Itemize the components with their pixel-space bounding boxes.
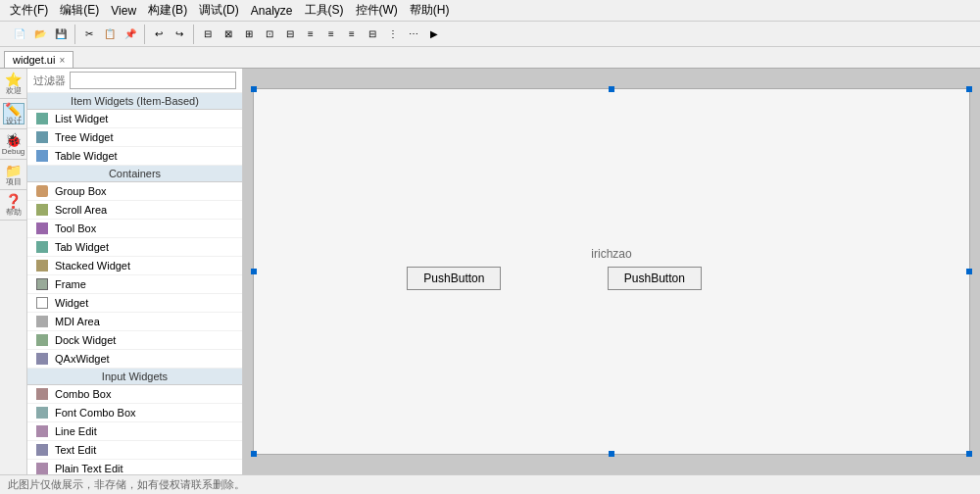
palette-item-tab-widget[interactable]: Tab Widget (27, 238, 242, 257)
palette-item-table-widget[interactable]: Table Widget (27, 147, 242, 166)
menu-build[interactable]: 构建(B) (142, 0, 193, 21)
toolbar-open-btn[interactable]: 📂 (30, 25, 50, 44)
toolbar-cut-btn[interactable]: ✂ (79, 25, 99, 44)
palette-section-containers: Containers (27, 166, 242, 182)
text-edit-icon (35, 443, 49, 457)
plain-text-edit-icon (35, 462, 49, 474)
palette-item-text-edit[interactable]: Text Edit (27, 441, 242, 460)
left-icon-welcome[interactable]: ⭐ 欢迎 (3, 73, 24, 94)
toolbar-dist-v-btn[interactable]: ⋯ (404, 25, 423, 44)
palette-item-tree-widget[interactable]: Tree Widget (27, 128, 242, 147)
palette-item-dock-widget[interactable]: Dock Widget (27, 331, 242, 350)
tool-box-icon (35, 222, 49, 235)
palette-filter-label: 过滤器 (33, 74, 66, 88)
palette-item-frame[interactable]: Frame (27, 275, 242, 294)
toolbar-new-btn[interactable]: 📄 (10, 25, 29, 44)
form-canvas[interactable]: irichzao PushButton PushButton (253, 88, 970, 455)
tool-box-label: Tool Box (55, 222, 96, 234)
line-edit-label: Line Edit (55, 425, 97, 437)
section-input-widgets-label: Input Widgets (102, 370, 168, 382)
line-edit-icon (35, 424, 49, 438)
toolbar-undo-btn[interactable]: ↩ (149, 25, 169, 44)
section-item-widgets-label: Item Widgets (Item-Based) (71, 95, 199, 107)
palette-item-mdi-area[interactable]: MDI Area (27, 313, 242, 331)
left-icon-help[interactable]: ❓ 帮助 (3, 194, 24, 216)
toolbar-preview-btn[interactable]: ▶ (424, 25, 444, 44)
palette-item-scroll-area[interactable]: Scroll Area (27, 201, 242, 220)
dock-widget-label: Dock Widget (55, 334, 116, 346)
left-icon-toolbar: ⭐ 欢迎 ✏️ 设计 🐞 Debug 📁 项目 ❓ 帮助 (0, 69, 27, 474)
stacked-widget-label: Stacked Widget (55, 260, 130, 272)
handle-middle-left[interactable] (251, 269, 257, 274)
toolbar-redo-btn[interactable]: ↪ (170, 25, 189, 44)
handle-top-center[interactable] (609, 86, 614, 92)
palette-item-group-box[interactable]: Group Box (27, 182, 242, 201)
status-text: 此图片仅做展示，非存储，如有侵权请联系删除。 (8, 477, 245, 492)
group-box-icon (35, 184, 49, 198)
toolbar-dist-h-btn[interactable]: ⋮ (383, 25, 403, 44)
toolbar-adjust-btn[interactable]: ⊟ (280, 25, 300, 44)
menu-debug[interactable]: 调试(D) (193, 0, 245, 21)
handle-top-left[interactable] (251, 86, 257, 92)
palette-item-widget[interactable]: Widget (27, 294, 242, 313)
push-button-1[interactable]: PushButton (407, 267, 501, 290)
left-icon-debug[interactable]: 🐞 Debug (3, 133, 24, 155)
palette-filter-input[interactable] (70, 72, 236, 89)
menu-help[interactable]: 帮助(H) (404, 0, 456, 21)
palette-item-font-combo-box[interactable]: Font Combo Box (27, 404, 242, 422)
menu-file[interactable]: 文件(F) (4, 0, 54, 21)
toolbar-paste-btn[interactable]: 📌 (121, 25, 140, 44)
toolbar-align-t-btn[interactable]: ≡ (342, 25, 362, 44)
handle-bottom-right[interactable] (966, 451, 972, 457)
canvas-area[interactable]: irichzao PushButton PushButton (243, 69, 980, 474)
menu-view[interactable]: View (105, 2, 142, 20)
menu-controls[interactable]: 控件(W) (350, 0, 404, 21)
handle-middle-right[interactable] (966, 269, 972, 274)
handle-bottom-left[interactable] (251, 451, 257, 457)
palette-item-combo-box[interactable]: Combo Box (27, 385, 242, 404)
palette-item-line-edit[interactable]: Line Edit (27, 422, 242, 441)
toolbar-layout-v-btn[interactable]: ⊠ (219, 25, 238, 44)
plain-text-edit-label: Plain Text Edit (55, 463, 123, 474)
tab-close-icon[interactable]: × (59, 55, 65, 66)
palette-item-list-widget[interactable]: List Widget (27, 110, 242, 128)
palette-item-plain-text-edit[interactable]: Plain Text Edit (27, 460, 242, 474)
menu-bar: 文件(F) 编辑(E) View 构建(B) 调试(D) Analyze 工具(… (0, 0, 980, 22)
left-icon-group-2: ✏️ 设计 (0, 103, 26, 129)
main-area: ⭐ 欢迎 ✏️ 设计 🐞 Debug 📁 项目 ❓ 帮助 (0, 69, 980, 474)
palette-item-stacked-widget[interactable]: Stacked Widget (27, 257, 242, 275)
palette-item-qaxwidget[interactable]: QAxWidget (27, 350, 242, 369)
left-icon-design[interactable]: ✏️ 设计 (3, 103, 24, 124)
palette-section-item-widgets: Item Widgets (Item-Based) (27, 93, 242, 110)
menu-edit[interactable]: 编辑(E) (54, 0, 105, 21)
left-icon-group-3: 🐞 Debug (0, 133, 26, 160)
toolbar-align-l-btn[interactable]: ≡ (301, 25, 320, 44)
toolbar: 📄 📂 💾 ✂ 📋 📌 ↩ ↪ ⊟ ⊠ ⊞ ⊡ ⊟ ≡ ≡ ≡ ⊟ ⋮ ⋯ ▶ (0, 22, 980, 47)
mdi-area-label: MDI Area (55, 316, 100, 327)
toolbar-save-btn[interactable]: 💾 (51, 25, 71, 44)
toolbar-align-b-btn[interactable]: ⊟ (363, 25, 382, 44)
toolbar-layout-h-btn[interactable]: ⊟ (198, 25, 218, 44)
qaxwidget-icon (35, 352, 49, 366)
left-icon-group-5: ❓ 帮助 (0, 194, 26, 221)
frame-label: Frame (55, 278, 86, 290)
menu-tools[interactable]: 工具(S) (299, 0, 350, 21)
list-widget-icon (35, 112, 49, 125)
handle-top-right[interactable] (966, 86, 972, 92)
palette-item-tool-box[interactable]: Tool Box (27, 220, 242, 238)
left-icon-group-4: 📁 项目 (0, 164, 26, 190)
toolbar-edit-section: ✂ 📋 📌 (74, 25, 140, 44)
handle-bottom-center[interactable] (609, 451, 614, 457)
menu-analyze[interactable]: Analyze (245, 2, 299, 20)
toolbar-layout-g-btn[interactable]: ⊞ (239, 25, 259, 44)
text-edit-label: Text Edit (55, 444, 96, 456)
toolbar-align-r-btn[interactable]: ≡ (321, 25, 341, 44)
toolbar-copy-btn[interactable]: 📋 (100, 25, 120, 44)
tab-widget-ui[interactable]: widget.ui × (4, 51, 74, 68)
mdi-area-icon (35, 315, 49, 328)
left-icon-project[interactable]: 📁 项目 (3, 164, 24, 185)
scroll-area-icon (35, 203, 49, 217)
push-button-2[interactable]: PushButton (608, 267, 702, 290)
status-bar: 此图片仅做展示，非存储，如有侵权请联系删除。 (0, 474, 980, 494)
toolbar-break-btn[interactable]: ⊡ (260, 25, 279, 44)
